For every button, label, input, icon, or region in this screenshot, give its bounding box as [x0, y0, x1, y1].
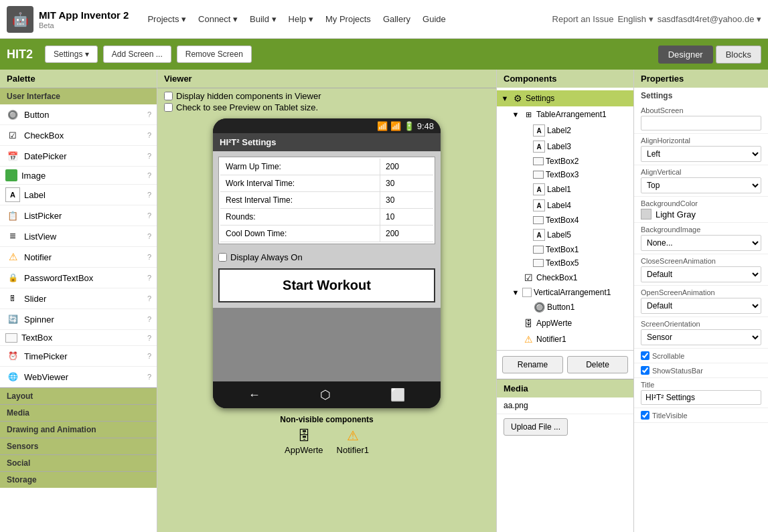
palette-section-drawing[interactable]: Drawing and Animation [0, 421, 157, 438]
webviewer-help-icon[interactable]: ? [147, 373, 151, 381]
palette-section-ui[interactable]: User Interface [0, 88, 157, 104]
comp-item-textbox4[interactable]: TextBox4 [518, 213, 633, 227]
table-expand[interactable]: ▼ [511, 110, 520, 118]
display-always-on-checkbox[interactable] [218, 253, 227, 262]
passwordtextbox-help-icon[interactable]: ? [147, 274, 151, 282]
slider-help-icon[interactable]: ? [147, 294, 151, 302]
palette-label-textbox: TextBox [21, 333, 143, 343]
prop-checkbox-scrollable[interactable] [641, 351, 649, 360]
spinner-help-icon[interactable]: ? [147, 315, 151, 323]
palette-label-image: Image [21, 171, 143, 181]
nav-guide[interactable]: Guide [417, 11, 451, 27]
prop-showstatusbar: ShowStatusBar [634, 363, 768, 378]
prop-checkbox-showstatusbar[interactable] [641, 366, 649, 375]
comp-item-textbox3[interactable]: TextBox3 [518, 168, 633, 181]
checkbox-help-icon[interactable]: ? [147, 131, 151, 139]
comp-item-label3[interactable]: A Label3 [518, 139, 633, 155]
rename-button[interactable]: Rename [502, 356, 563, 373]
comp-item-label4[interactable]: A Label4 [518, 197, 633, 213]
prop-select-alignhorizontal[interactable]: LeftCenterRight [641, 146, 761, 162]
prop-label-backgroundimage: BackgroundImage [641, 226, 761, 234]
remove-screen-button[interactable]: Remove Screen [177, 46, 252, 63]
comp-item-tablearrangement1[interactable]: ▼ ⊞ TableArrangement1 [508, 106, 633, 122]
comp-item-checkbox1[interactable]: ☑ CheckBox1 [508, 270, 633, 286]
notifier-help-icon[interactable]: ? [147, 253, 151, 261]
va1-expand[interactable]: ▼ [511, 288, 520, 296]
hidden-components-checkbox[interactable] [164, 92, 173, 100]
palette-item-checkbox[interactable]: ☑ CheckBox ? [0, 125, 157, 146]
palette-item-listview[interactable]: ≡ ListView ? [0, 226, 157, 247]
palette-section-layout[interactable]: Layout [0, 387, 157, 404]
add-screen-button[interactable]: Add Screen ... [103, 46, 171, 63]
nav-gallery[interactable]: Gallery [378, 11, 416, 27]
comp-item-textbox1[interactable]: TextBox1 [518, 243, 633, 256]
palette-item-spinner[interactable]: 🔄 Spinner ? [0, 309, 157, 330]
palette-item-textbox[interactable]: TextBox ? [0, 330, 157, 346]
nav-myprojects[interactable]: My Projects [320, 11, 376, 27]
timepicker-help-icon[interactable]: ? [147, 352, 151, 360]
label4-label: Label4 [547, 201, 571, 210]
palette-item-listpicker[interactable]: 📋 ListPicker ? [0, 205, 157, 226]
settings-button[interactable]: Settings ▾ [45, 46, 98, 63]
prop-select-openscreenanimation[interactable]: Default [641, 298, 761, 314]
comp-item-verticalarrangement1[interactable]: ▼ VerticalArrangement1 [508, 286, 633, 299]
palette-section-media[interactable]: Media [0, 404, 157, 421]
comp-item-settings[interactable]: ▼ ⚙ Settings [497, 90, 633, 106]
comp-item-textbox2[interactable]: TextBox2 [518, 155, 633, 168]
appwerte-comp-label: AppWerte [536, 319, 572, 328]
button-help-icon[interactable]: ? [147, 110, 151, 118]
palette-label-spinner: Spinner [24, 315, 143, 325]
datepicker-help-icon[interactable]: ? [147, 152, 151, 160]
prop-select-backgroundimage[interactable]: None... [641, 235, 761, 251]
nav-projects[interactable]: Projects ▾ [142, 11, 191, 27]
prop-select-closescreenanimation[interactable]: Default [641, 266, 761, 282]
comp-item-notifier1[interactable]: ⚠ Notifier1 [508, 331, 633, 347]
prop-input-aboutscreen[interactable] [641, 116, 761, 130]
palette-item-datepicker[interactable]: 📅 DatePicker ? [0, 146, 157, 167]
listpicker-help-icon[interactable]: ? [147, 211, 151, 219]
textbox-palette-icon [5, 333, 17, 343]
nonvisible-appwerte: 🗄 AppWerte [285, 428, 323, 455]
prop-checkbox-titlevisible[interactable] [641, 411, 649, 420]
palette-item-label[interactable]: A Label ? [0, 185, 157, 205]
nav-help[interactable]: Help ▾ [283, 11, 319, 27]
comp-item-button1[interactable]: 🔘 Button1 [518, 299, 633, 315]
nav-user[interactable]: sasdfasdt4ret@yahoo.de ▾ [658, 14, 761, 24]
palette-item-slider[interactable]: 🎚 Slider ? [0, 288, 157, 309]
table-children: A Label2 A Label3 TextBox2 [508, 122, 633, 270]
settings-expand[interactable]: ▼ [500, 94, 510, 102]
prop-select-screenorientation[interactable]: SensorLandscapePortrait [641, 329, 761, 345]
palette-section-storage[interactable]: Storage [0, 471, 157, 488]
blocks-button[interactable]: Blocks [716, 46, 761, 64]
prop-select-alignvertical[interactable]: TopCenterBottom [641, 177, 761, 193]
palette-item-button[interactable]: 🔘 Button ? [0, 104, 157, 125]
nav-english[interactable]: English ▾ [617, 14, 653, 24]
comp-item-label2[interactable]: A Label2 [518, 122, 633, 139]
backgroundcolor-swatch[interactable] [641, 209, 651, 219]
prop-input-title[interactable] [641, 390, 761, 405]
properties-panel: Properties Settings AboutScreen AlignHor… [634, 70, 768, 532]
delete-button[interactable]: Delete [567, 356, 628, 373]
image-help-icon[interactable]: ? [147, 171, 151, 179]
palette-item-timepicker[interactable]: ⏰ TimePicker ? [0, 346, 157, 367]
upload-file-button[interactable]: Upload File ... [504, 418, 568, 436]
tablet-preview-checkbox[interactable] [164, 103, 173, 112]
comp-item-appwerte[interactable]: 🗄 AppWerte [508, 315, 633, 331]
listview-help-icon[interactable]: ? [147, 232, 151, 240]
palette-section-sensors[interactable]: Sensors [0, 438, 157, 454]
start-workout-button[interactable]: Start Workout [218, 268, 435, 302]
palette-section-social[interactable]: Social [0, 454, 157, 471]
nav-connect[interactable]: Connect ▾ [193, 11, 243, 27]
nav-report-issue[interactable]: Report an Issue [552, 14, 614, 24]
designer-button[interactable]: Designer [658, 46, 713, 64]
textbox-help-icon[interactable]: ? [147, 334, 151, 342]
comp-item-label5[interactable]: A Label5 [518, 227, 633, 243]
palette-item-passwordtextbox[interactable]: 🔒 PasswordTextBox ? [0, 268, 157, 288]
palette-item-notifier[interactable]: ⚠ Notifier ? [0, 247, 157, 268]
nav-build[interactable]: Build ▾ [244, 11, 282, 27]
comp-item-textbox5[interactable]: TextBox5 [518, 256, 633, 270]
palette-item-image[interactable]: Image ? [0, 167, 157, 185]
palette-item-webviewer[interactable]: 🌐 WebViewer ? [0, 367, 157, 387]
label-help-icon[interactable]: ? [147, 191, 151, 199]
comp-item-label1[interactable]: A Label1 [518, 181, 633, 197]
